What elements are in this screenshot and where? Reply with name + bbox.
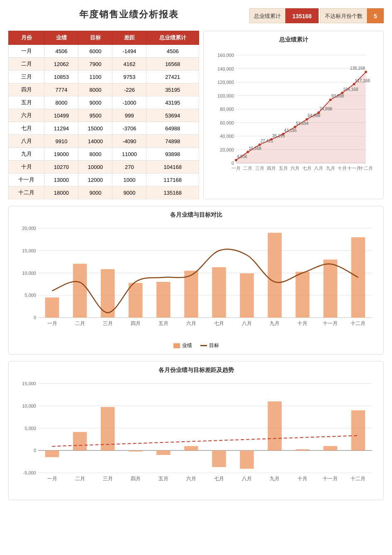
svg-text:二月: 二月 <box>243 166 252 171</box>
svg-text:五月: 五月 <box>158 320 168 326</box>
svg-text:十一月: 十一月 <box>323 476 338 482</box>
table-cell: 九月 <box>9 148 44 161</box>
svg-text:10,000: 10,000 <box>22 403 36 408</box>
table-cell: 135168 <box>146 186 199 199</box>
table-row: 一月45066000-14944506 <box>9 45 199 58</box>
svg-text:-5,000: -5,000 <box>23 470 36 475</box>
chart3-svg: -5,00005,00010,00015,000一月二月三月四月五月六月七月八月… <box>15 377 380 494</box>
svg-rect-77 <box>351 237 365 318</box>
chart1-title: 总业绩累计 <box>210 36 377 44</box>
table-row: 五月80009000-100043195 <box>9 96 199 109</box>
total-value: 135168 <box>285 8 319 23</box>
svg-text:140,000: 140,000 <box>217 66 234 71</box>
table-cell: 9000 <box>112 186 146 199</box>
svg-text:七月: 七月 <box>214 476 224 482</box>
table-cell: 三月 <box>9 71 44 83</box>
table-cell: 104168 <box>146 161 199 174</box>
chart2-title: 各月业绩与目标对比 <box>15 211 377 219</box>
svg-text:三月: 三月 <box>103 476 113 482</box>
table-cell: 六月 <box>9 109 44 122</box>
svg-text:四月: 四月 <box>267 166 276 171</box>
svg-text:20,000: 20,000 <box>220 147 234 152</box>
table-cell: 6000 <box>78 45 112 58</box>
svg-rect-104 <box>129 450 143 451</box>
svg-point-25 <box>270 138 273 141</box>
svg-text:117,168: 117,168 <box>355 78 370 83</box>
svg-text:六月: 六月 <box>186 320 196 326</box>
table-cell: -1000 <box>112 96 146 109</box>
below-label: 不达标月份个数 <box>320 8 367 23</box>
svg-text:十二月: 十二月 <box>351 320 365 326</box>
table-cell: 53694 <box>146 109 199 122</box>
svg-point-31 <box>306 118 308 120</box>
svg-text:七月: 七月 <box>302 166 312 171</box>
svg-text:十月: 十月 <box>297 476 307 482</box>
svg-text:10,000: 10,000 <box>22 271 36 276</box>
svg-text:一月: 一月 <box>47 320 57 326</box>
table-cell: 8000 <box>78 148 112 161</box>
table-cell: -3706 <box>112 122 146 135</box>
svg-text:5,000: 5,000 <box>24 293 36 298</box>
svg-text:80,000: 80,000 <box>220 107 234 112</box>
svg-text:二月: 二月 <box>75 320 85 326</box>
table-row: 四月77748000-22635195 <box>9 83 199 96</box>
legend-bar: 业绩 <box>173 342 192 349</box>
svg-text:93,898: 93,898 <box>331 94 344 98</box>
svg-text:八月: 八月 <box>242 476 252 482</box>
svg-text:七月: 七月 <box>214 320 224 326</box>
table-cell: 7774 <box>44 83 78 96</box>
svg-rect-69 <box>129 283 143 318</box>
total-label: 总业绩累计 <box>249 8 285 23</box>
table-cell: 93898 <box>146 148 199 161</box>
table-cell: 四月 <box>9 83 44 96</box>
table-header: 总业绩累计 <box>146 31 199 45</box>
svg-text:三月: 三月 <box>103 320 113 326</box>
table-cell: 270 <box>112 161 146 174</box>
table-cell: 9500 <box>78 109 112 122</box>
table-cell: 74898 <box>146 135 199 148</box>
table-cell: 18000 <box>44 186 78 199</box>
table-cell: 9000 <box>78 96 112 109</box>
table-cell: 八月 <box>9 135 44 148</box>
svg-rect-109 <box>268 401 282 450</box>
table-cell: 10499 <box>44 109 78 122</box>
svg-text:60,000: 60,000 <box>220 120 234 125</box>
svg-text:0: 0 <box>34 315 36 320</box>
table-cell: 9910 <box>44 135 78 148</box>
svg-text:43,195: 43,195 <box>284 128 297 133</box>
table-row: 七月1129415000-370664988 <box>9 122 199 135</box>
svg-text:八月: 八月 <box>314 166 323 171</box>
svg-point-27 <box>282 133 285 135</box>
legend-line: 目标 <box>200 342 219 349</box>
svg-text:十二月: 十二月 <box>351 476 365 482</box>
table-cell: 七月 <box>9 122 44 135</box>
table-cell: 9000 <box>78 186 112 199</box>
table-cell: 10000 <box>78 161 112 174</box>
svg-rect-75 <box>296 272 310 318</box>
table-cell: 1000 <box>112 174 146 186</box>
svg-rect-107 <box>212 450 226 467</box>
svg-point-33 <box>317 111 320 114</box>
svg-rect-106 <box>184 446 198 451</box>
table-cell: 二月 <box>9 58 44 71</box>
svg-text:104,168: 104,168 <box>343 87 358 92</box>
svg-text:64,988: 64,988 <box>308 113 321 118</box>
table-row: 十一月13000120001000117168 <box>9 174 199 186</box>
table-cell: 一月 <box>9 45 44 58</box>
table-row: 十二月1800090009000135168 <box>9 186 199 199</box>
table-header: 差距 <box>112 31 146 45</box>
svg-line-113 <box>52 435 358 446</box>
table-row: 二月120627900416216568 <box>9 58 199 71</box>
svg-text:九月: 九月 <box>270 476 280 482</box>
table-cell: 27421 <box>146 71 199 83</box>
svg-point-35 <box>329 98 332 101</box>
table-cell: 16568 <box>146 58 199 71</box>
table-cell: 11000 <box>112 148 146 161</box>
svg-text:160,000: 160,000 <box>217 53 234 58</box>
svg-text:一月: 一月 <box>231 166 241 171</box>
table-cell: 117168 <box>146 174 199 186</box>
svg-text:十月: 十月 <box>297 320 307 326</box>
svg-text:0: 0 <box>231 161 234 166</box>
svg-text:100,000: 100,000 <box>217 93 234 98</box>
page-title: 年度销售业绩分析报表 <box>8 8 249 21</box>
